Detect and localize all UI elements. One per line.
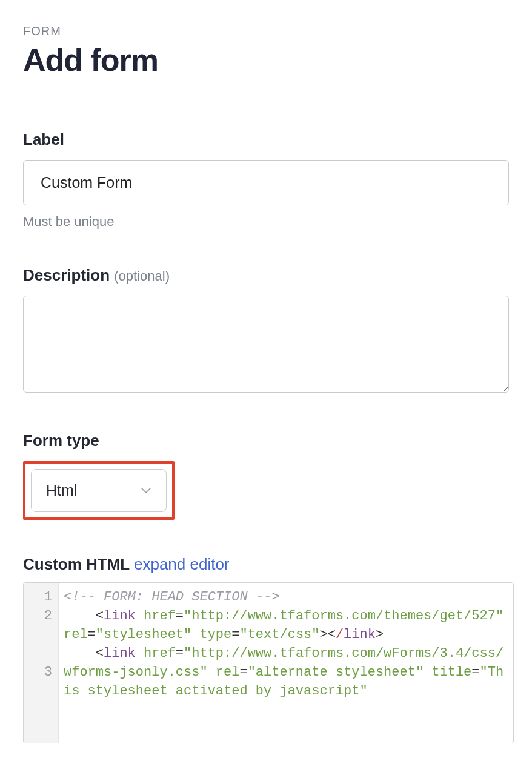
field-description: Description (optional) xyxy=(23,266,509,395)
custom-html-heading: Custom HTML xyxy=(23,555,130,573)
field-label: Label Must be unique xyxy=(23,130,509,230)
code-content[interactable]: <!-- FORM: HEAD SECTION --> <link href="… xyxy=(59,583,513,743)
code-attr: rel xyxy=(64,627,88,642)
breadcrumb: FORM xyxy=(23,24,509,38)
code-attr: href xyxy=(144,646,176,661)
code-attr: type xyxy=(199,627,231,642)
code-attr: href xyxy=(144,608,176,623)
form-type-select[interactable]: Html xyxy=(31,469,167,512)
field-form-type: Form type Html xyxy=(23,431,509,520)
label-hint: Must be unique xyxy=(23,214,509,230)
code-val: "alternate stylesheet" xyxy=(248,665,424,680)
code-attr: title xyxy=(431,665,471,680)
code-editor[interactable]: 1 2 3 <!-- FORM: HEAD SECTION --> <link … xyxy=(23,582,514,743)
line-number: 1 xyxy=(33,588,52,606)
form-type-label: Form type xyxy=(23,431,509,450)
code-val: "http://www.tfaforms.com/themes/get/527" xyxy=(184,608,504,623)
form-type-selected: Html xyxy=(46,482,77,499)
code-comment: <!-- FORM: HEAD SECTION --> xyxy=(64,590,279,605)
code-val: "text/css" xyxy=(239,627,319,642)
label-label: Label xyxy=(23,130,509,149)
field-custom-html: Custom HTML expand editor 1 2 3 <!-- FOR… xyxy=(23,555,509,743)
chevron-down-icon xyxy=(141,485,151,496)
description-label-text: Description xyxy=(23,266,110,284)
custom-html-heading-row: Custom HTML expand editor xyxy=(23,555,509,574)
description-optional: (optional) xyxy=(114,268,170,284)
page-title: Add form xyxy=(23,42,509,78)
code-attr: rel xyxy=(216,665,240,680)
code-tag: link xyxy=(104,646,136,661)
form-type-highlight: Html xyxy=(23,461,175,520)
code-gutter: 1 2 3 xyxy=(24,583,59,743)
code-tag: link xyxy=(344,627,376,642)
code-tag: link xyxy=(104,608,136,623)
expand-editor-link[interactable]: expand editor xyxy=(134,555,230,573)
description-input[interactable] xyxy=(23,296,509,393)
code-val: "stylesheet" xyxy=(96,627,191,642)
description-label: Description (optional) xyxy=(23,266,509,285)
line-number: 2 xyxy=(33,606,52,663)
line-number: 3 xyxy=(33,663,52,738)
label-input[interactable] xyxy=(23,160,509,205)
